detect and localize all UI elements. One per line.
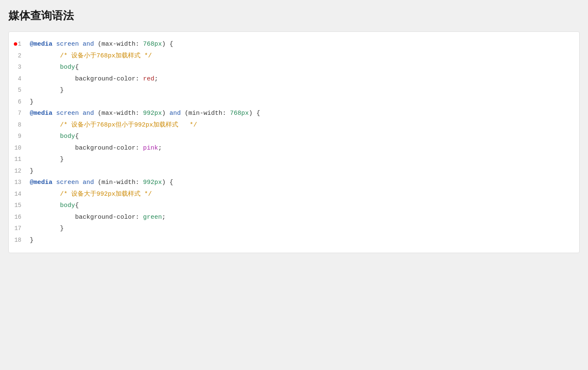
line-content: body{	[30, 131, 579, 142]
code-line: 16 background-color: green;	[9, 212, 579, 223]
line-content: background-color: pink;	[30, 143, 579, 154]
code-token: @media	[30, 110, 52, 117]
line-number: 13	[9, 178, 30, 188]
line-number: 5	[9, 85, 30, 96]
code-token: 设备大于992px加载样式 */	[71, 191, 152, 198]
code-token	[30, 156, 60, 163]
code-block: 1@media screen and (max-width: 768px) {2…	[8, 31, 580, 253]
code-token: /*	[30, 122, 71, 129]
line-content: body{	[30, 200, 579, 211]
code-line: 1@media screen and (max-width: 768px) {	[9, 39, 579, 50]
line-content: }	[30, 235, 579, 246]
code-token: }	[30, 168, 34, 175]
line-number: 6	[9, 97, 30, 107]
code-token: body	[60, 202, 75, 209]
code-line: 13@media screen and (min-width: 992px) {	[9, 177, 579, 189]
code-token: green	[143, 214, 162, 221]
code-token: ) {	[249, 110, 260, 117]
code-token: background-color:	[30, 145, 143, 152]
code-token: screen	[52, 110, 83, 117]
code-token: red	[143, 75, 154, 83]
code-token: ;	[154, 75, 158, 83]
code-token: pink	[143, 145, 158, 152]
line-content: @media screen and (max-width: 768px) {	[30, 39, 579, 50]
line-number: 17	[9, 224, 30, 234]
code-token: /*	[30, 52, 71, 60]
code-token: (max-width:	[94, 110, 143, 117]
code-line: 8 /* 设备小于768px但小于992px加载样式 */	[9, 119, 579, 131]
code-token: }	[60, 225, 64, 232]
line-content: background-color: red;	[30, 74, 579, 85]
code-token: {	[75, 133, 79, 140]
line-number: 4	[9, 74, 30, 84]
code-token: body	[60, 64, 75, 71]
code-token: (max-width:	[94, 41, 143, 48]
code-token: and	[83, 110, 94, 117]
line-number: 2	[9, 51, 30, 61]
line-number: 11	[9, 155, 30, 165]
line-number: 16	[9, 212, 30, 223]
code-line: 3 body{	[9, 62, 579, 73]
code-token: background-color:	[30, 214, 143, 221]
code-line: 9 body{	[9, 131, 579, 142]
code-token: and	[83, 41, 94, 48]
breakpoint-dot	[14, 42, 17, 46]
code-token: background-color:	[30, 75, 143, 83]
code-line: 2 /* 设备小于768px加载样式 */	[9, 50, 579, 62]
line-number: 14	[9, 189, 30, 199]
line-content: }	[30, 97, 579, 108]
code-token: }	[60, 156, 64, 163]
code-token: (min-width:	[94, 179, 143, 186]
line-content: /* 设备小于768px但小于992px加载样式 */	[30, 120, 579, 131]
code-token: }	[30, 237, 34, 244]
code-token: {	[75, 202, 79, 209]
line-number: 15	[9, 201, 30, 211]
line-number: 1	[9, 39, 30, 49]
code-token: @media	[30, 179, 52, 186]
code-token	[30, 64, 60, 71]
code-line: 11 }	[9, 154, 579, 166]
code-token: ) {	[162, 41, 173, 48]
line-content: @media screen and (min-width: 992px) {	[30, 177, 579, 188]
code-token: 768px	[230, 110, 249, 117]
line-content: }	[30, 166, 579, 177]
code-token: ) {	[162, 179, 173, 186]
line-content: /* 设备小于768px加载样式 */	[30, 51, 579, 62]
code-line: 10 background-color: pink;	[9, 142, 579, 154]
line-number: 3	[9, 62, 30, 72]
code-line: 7@media screen and (max-width: 992px) an…	[9, 108, 579, 119]
code-token	[30, 202, 60, 209]
code-token: body	[60, 133, 75, 140]
code-token: and	[169, 110, 181, 117]
line-number: 10	[9, 143, 30, 153]
code-token: /*	[30, 191, 71, 198]
code-line: 14 /* 设备大于992px加载样式 */	[9, 189, 579, 200]
code-token: 992px	[143, 110, 162, 117]
line-content: }	[30, 85, 579, 96]
code-token: }	[60, 87, 64, 94]
code-token	[30, 133, 60, 140]
code-line: 15 body{	[9, 200, 579, 212]
code-line: 4 background-color: red;	[9, 73, 579, 85]
code-token: screen	[52, 179, 83, 186]
code-token: 设备小于768px加载样式 */	[71, 52, 152, 60]
line-number: 12	[9, 166, 30, 176]
code-line: 5 }	[9, 85, 579, 96]
code-token: @media	[30, 41, 52, 48]
line-content: }	[30, 223, 579, 234]
line-number: 9	[9, 132, 30, 142]
code-token: screen	[52, 41, 83, 48]
line-number: 7	[9, 109, 30, 119]
code-token	[30, 225, 60, 232]
code-line: 17 }	[9, 223, 579, 235]
code-token: {	[75, 64, 79, 71]
code-token: (min-width:	[181, 110, 230, 117]
code-token: }	[30, 98, 34, 106]
code-line: 6}	[9, 96, 579, 108]
page-title: 媒体查询语法	[8, 8, 580, 23]
code-line: 12}	[9, 166, 579, 177]
line-content: /* 设备大于992px加载样式 */	[30, 189, 579, 200]
code-token: )	[162, 110, 169, 117]
code-token: ;	[162, 214, 166, 221]
code-token: 768px	[143, 41, 162, 48]
